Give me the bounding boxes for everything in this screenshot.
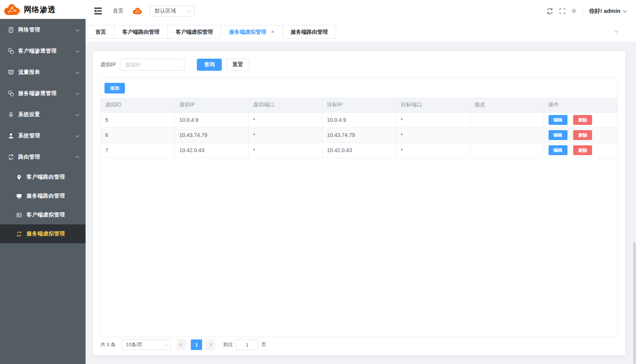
chevron-down-icon <box>187 9 191 12</box>
tab-home[interactable]: 首页 <box>87 25 114 39</box>
cell-virtual-id: 6 <box>101 128 175 143</box>
col-target-ip: 目标IP <box>322 98 396 112</box>
sidebar-subitem-client-virtual-management[interactable]: 客户端虚拟管理 <box>0 205 86 224</box>
next-page-button[interactable] <box>205 339 215 350</box>
chevron-right-icon <box>209 343 212 346</box>
cell-target-port: * <box>396 128 470 143</box>
sidebar: 网络渗透 网络管理 客户端渗透管理 流量报表 <box>0 0 86 364</box>
cell-description <box>470 128 544 143</box>
delete-button[interactable]: 删除 <box>573 145 592 155</box>
chevron-down-icon <box>164 342 168 346</box>
sidebar-collapse-icon[interactable] <box>93 7 103 15</box>
tab-client-route-management[interactable]: 客户端路由管理 <box>114 25 168 39</box>
logo[interactable]: 网络渗透 <box>0 0 86 19</box>
sidebar-item-system-management[interactable]: 系统管理 <box>0 125 86 146</box>
sidebar-item-system-settings[interactable]: 系统设置 <box>0 104 86 125</box>
region-select[interactable]: 默认区域 <box>150 5 195 17</box>
add-button[interactable]: 添加 <box>104 83 125 93</box>
chevron-down-icon <box>76 28 80 31</box>
refresh-button[interactable] <box>546 8 553 15</box>
col-target-port: 目标端口 <box>396 98 470 112</box>
cell-target-port: * <box>396 143 470 158</box>
sidebar-item-client-pentest-management[interactable]: 客户端渗透管理 <box>0 40 86 62</box>
cell-virtual-ip: 10.0.4.9 <box>175 112 248 128</box>
page-content: 虚拟IP 查询 重置 添加 虚拟ID 虚拟IP 虚拟端口 目标IP <box>86 42 636 364</box>
chevron-down-icon <box>76 70 80 74</box>
navbar: 首页 默认区域 <box>86 0 636 22</box>
cell-virtual-ip: 10.42.0.43 <box>175 143 248 158</box>
sidebar-item-network-management[interactable]: 网络管理 <box>0 19 86 40</box>
navbar-actions: 你好! admin <box>546 7 626 15</box>
delete-button[interactable]: 删除 <box>573 115 592 125</box>
monitor-icon <box>16 193 22 199</box>
table-row: 7 10.42.0.43 * 10.42.0.43 * 编辑 删除 <box>101 143 617 158</box>
edit-button[interactable]: 编辑 <box>549 145 567 155</box>
table-row: 5 10.0.4.9 * 10.0.4.9 * 编辑 删除 <box>101 112 617 128</box>
chevron-down-icon <box>76 91 80 95</box>
microphone-icon <box>8 112 14 118</box>
edit-button[interactable]: 编辑 <box>549 130 567 140</box>
user-dropdown[interactable]: 你好! admin <box>589 8 626 15</box>
col-virtual-id: 虚拟ID <box>101 98 175 112</box>
sidebar-item-route-management[interactable]: 路由管理 <box>0 146 86 168</box>
app-title: 网络渗透 <box>24 5 56 15</box>
theme-sun-button[interactable] <box>571 8 577 14</box>
refresh-icon <box>16 231 22 237</box>
goto-page-input[interactable] <box>236 339 258 350</box>
delete-button[interactable]: 删除 <box>573 130 592 140</box>
cell-virtual-id: 5 <box>101 112 175 128</box>
sidebar-subitem-label: 服务端虚拟管理 <box>26 230 65 237</box>
tab-bar-dropdown-icon[interactable] <box>615 29 619 33</box>
sidebar-item-label: 路由管理 <box>18 154 76 160</box>
goto-label: 前往 <box>223 341 233 348</box>
cell-description <box>470 112 544 128</box>
edit-button[interactable]: 编辑 <box>549 115 567 125</box>
col-virtual-port: 虚拟端口 <box>248 98 322 112</box>
sidebar-subitem-client-route-management[interactable]: 客户端路由管理 <box>0 168 86 187</box>
tab-server-route-management[interactable]: 服务端路由管理 <box>282 25 336 39</box>
page-number-1[interactable]: 1 <box>191 339 202 350</box>
tab-label: 客户端路由管理 <box>122 29 159 35</box>
col-description: 描述 <box>470 98 544 112</box>
cell-actions: 编辑 删除 <box>544 128 617 143</box>
sidebar-item-label: 网络管理 <box>18 26 76 33</box>
fullscreen-button[interactable] <box>560 8 565 14</box>
reset-button[interactable]: 重置 <box>226 59 249 71</box>
sidebar-item-server-pentest-management[interactable]: 服务端渗透管理 <box>0 83 86 104</box>
page-size-select[interactable]: 10条/页 <box>122 339 171 350</box>
sidebar-subitem-server-route-management[interactable]: 服务端路由管理 <box>0 187 86 205</box>
search-form: 虚拟IP 查询 重置 <box>100 59 618 71</box>
sidebar-subitem-server-virtual-management[interactable]: 服务端虚拟管理 <box>0 224 86 243</box>
content-card: 虚拟IP 查询 重置 添加 虚拟ID 虚拟IP 虚拟端口 目标IP <box>92 51 626 356</box>
table-header-row: 虚拟ID 虚拟IP 虚拟端口 目标IP 目标端口 描述 操作 <box>101 98 617 112</box>
link-icon <box>8 48 14 54</box>
virtual-ip-input[interactable] <box>120 59 184 71</box>
sidebar-item-traffic-report[interactable]: 流量报表 <box>0 62 86 83</box>
prev-page-button[interactable] <box>176 339 186 350</box>
sidebar-item-label: 流量报表 <box>18 69 76 76</box>
sidebar-item-label: 系统管理 <box>18 132 76 139</box>
cell-target-port: * <box>396 112 470 128</box>
cell-target-ip: 10.0.4.9 <box>322 112 396 128</box>
sidebar-subitem-label: 客户端虚拟管理 <box>26 212 65 218</box>
cell-virtual-port: * <box>248 112 322 128</box>
tab-server-virtual-management[interactable]: 服务端虚拟管理 × <box>221 25 283 39</box>
breadcrumb[interactable]: 首页 <box>113 8 123 14</box>
table-toolbar: 添加 <box>101 78 617 98</box>
tab-label: 服务端路由管理 <box>291 29 328 35</box>
logo-cloud-icon <box>3 3 20 16</box>
pagination: 共 3 条 10条/页 1 前往 页 <box>100 339 618 350</box>
cell-target-ip: 10.43.74.79 <box>322 128 396 143</box>
col-actions: 操作 <box>544 98 617 112</box>
tab-client-virtual-management[interactable]: 客户端虚拟管理 <box>167 25 221 39</box>
virtual-ip-label: 虚拟IP <box>100 61 116 68</box>
virtual-route-table: 虚拟ID 虚拟IP 虚拟端口 目标IP 目标端口 描述 操作 5 10.0.4. <box>101 98 617 158</box>
tab-bar: 首页 客户端路由管理 客户端虚拟管理 服务端虚拟管理 × 服务端路由管理 <box>86 22 636 42</box>
tab-close-icon[interactable]: × <box>271 28 274 35</box>
sidebar-item-label: 系统设置 <box>18 111 76 118</box>
chevron-down-icon <box>623 9 627 12</box>
cell-description <box>470 143 544 158</box>
scrollbar-thumb[interactable] <box>633 242 636 364</box>
sidebar-menu: 网络管理 客户端渗透管理 流量报表 服务端渗透管理 <box>0 19 86 243</box>
query-button[interactable]: 查询 <box>197 59 222 71</box>
